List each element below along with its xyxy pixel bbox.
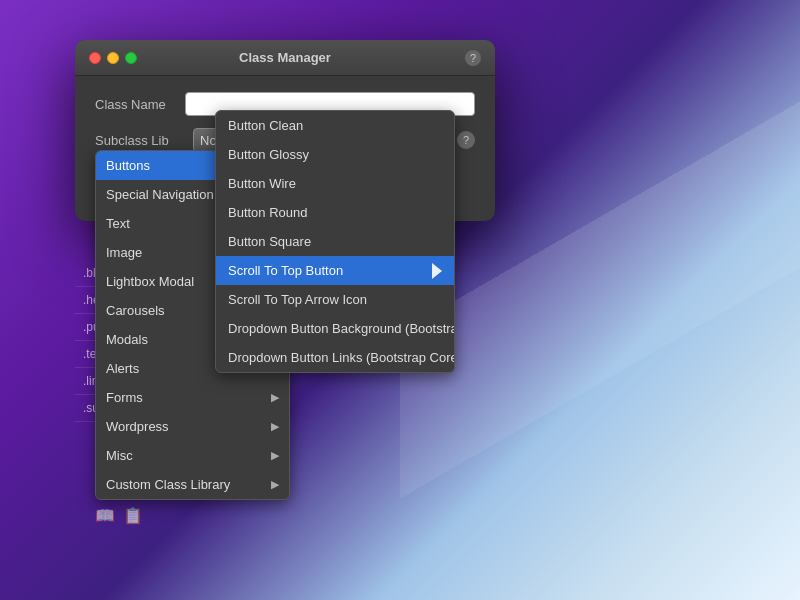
class-name-label: Class Name — [95, 97, 185, 112]
menu-item-misc[interactable]: Misc ▶ — [96, 441, 289, 470]
menu-item-label: Custom Class Library — [106, 477, 230, 492]
book-icon[interactable]: 📖 — [95, 506, 115, 525]
menu-item-label: Wordpress — [106, 419, 169, 434]
menu-item-wordpress[interactable]: Wordpress ▶ — [96, 412, 289, 441]
menu-item-label: Image — [106, 245, 142, 260]
buttons-submenu: Button Clean Button Glossy Button Wire B… — [215, 110, 455, 373]
subclass-help-button[interactable]: ? — [457, 131, 475, 149]
traffic-lights — [89, 52, 137, 64]
dialog-titlebar: Class Manager ? — [75, 40, 495, 76]
menu-item-forms[interactable]: Forms ▶ — [96, 383, 289, 412]
menu-item-label: Text — [106, 216, 130, 231]
menu-item-custom-class-library[interactable]: Custom Class Library ▶ — [96, 470, 289, 499]
sidebar-icons: 📖 📋 — [95, 506, 143, 525]
list-icon[interactable]: 📋 — [123, 506, 143, 525]
submenu-arrow-icon: ▶ — [271, 478, 279, 491]
submenu-item-dropdown-button-background[interactable]: Dropdown Button Background (Bootstrap Co… — [216, 314, 454, 343]
submenu-arrow-icon: ▶ — [271, 449, 279, 462]
submenu-item-button-clean[interactable]: Button Clean — [216, 111, 454, 140]
menu-item-label: Misc — [106, 448, 133, 463]
submenu-item-scroll-to-top-arrow[interactable]: Scroll To Top Arrow Icon — [216, 285, 454, 314]
submenu-item-dropdown-button-links[interactable]: Dropdown Button Links (Bootstrap Core) — [216, 343, 454, 372]
subclass-label: Subclass Lib — [95, 133, 185, 148]
menu-item-label: Lightbox Modal — [106, 274, 194, 289]
menu-item-label: Buttons — [106, 158, 150, 173]
menu-item-label: Carousels — [106, 303, 165, 318]
dialog-title: Class Manager — [239, 50, 331, 65]
submenu-arrow-icon: ▶ — [271, 391, 279, 404]
title-help-button[interactable]: ? — [465, 50, 481, 66]
menu-item-label: Modals — [106, 332, 148, 347]
submenu-item-button-wire[interactable]: Button Wire — [216, 169, 454, 198]
menu-item-label: Forms — [106, 390, 143, 405]
close-button[interactable] — [89, 52, 101, 64]
submenu-item-scroll-to-top-button[interactable]: Scroll To Top Button — [216, 256, 454, 285]
maximize-button[interactable] — [125, 52, 137, 64]
menu-item-label: Alerts — [106, 361, 139, 376]
cursor-icon — [432, 263, 442, 279]
submenu-item-button-glossy[interactable]: Button Glossy — [216, 140, 454, 169]
submenu-item-button-square[interactable]: Button Square — [216, 227, 454, 256]
menu-item-label: Special Navigation — [106, 187, 214, 202]
submenu-arrow-icon: ▶ — [271, 420, 279, 433]
minimize-button[interactable] — [107, 52, 119, 64]
submenu-item-button-round[interactable]: Button Round — [216, 198, 454, 227]
